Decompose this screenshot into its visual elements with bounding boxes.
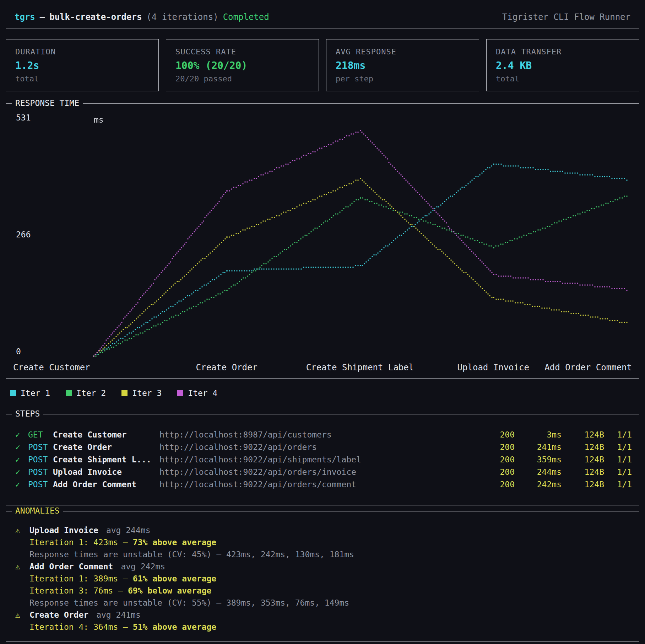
stat-caption: total (15, 74, 149, 83)
step-pass-icon: ✓ (15, 478, 28, 491)
iteration-count: (4 iterations) (146, 12, 218, 22)
step-count: 1/1 (604, 429, 632, 441)
response-time-chart (90, 114, 632, 358)
step-row-add-order-comment: ✓POSTAdd Order Commenthttp://localhost:9… (15, 478, 632, 491)
step-count: 1/1 (604, 478, 632, 491)
step-url: http://localhost:8987/api/customers (159, 429, 483, 441)
step-size: 124B (562, 466, 604, 478)
anomaly-step-name: Add Order Comment (29, 562, 113, 571)
y-axis-tick-mid: 266 (16, 230, 31, 239)
step-count: 1/1 (604, 441, 632, 454)
step-url: http://localhost:9022/api/shipments/labe… (159, 454, 483, 466)
anomaly-deviation: 73% above average (133, 538, 216, 547)
stat-card-data-transfer: DATA TRANSFER2.4 KBtotal (486, 39, 639, 91)
anomaly-note-line: Response times are unstable (CV: 45%) — … (15, 548, 632, 560)
stat-caption: 20/20 passed (175, 74, 309, 83)
legend-swatch-icon (177, 390, 183, 396)
anomalies-list: ⚠Upload Invoiceavg 244msIteration 1: 423… (15, 524, 632, 633)
legend-item-iter-1: Iter 1 (10, 388, 50, 398)
steps-rows: ✓GETCreate Customerhttp://localhost:8987… (15, 429, 632, 491)
chart-legend: Iter 1Iter 2Iter 3Iter 4 (10, 388, 639, 398)
step-pass-icon: ✓ (15, 441, 28, 454)
legend-item-iter-3: Iter 3 (121, 388, 162, 398)
anomaly-average: avg 242ms (121, 562, 165, 571)
legend-swatch-icon (121, 390, 128, 396)
stat-label: SUCCESS RATE (175, 47, 309, 56)
y-axis-unit: ms (94, 115, 104, 124)
anomaly-average: avg 241ms (96, 610, 141, 619)
legend-label: Iter 1 (21, 388, 50, 398)
step-status-code: 200 (483, 454, 515, 466)
flow-name: bulk-create-orders (49, 12, 142, 22)
anomaly-upload-invoice: ⚠Upload Invoiceavg 244ms (15, 524, 632, 536)
step-method: POST (28, 454, 53, 466)
step-url: http://localhost:9022/api/orders (159, 441, 483, 454)
step-status-code: 200 (483, 441, 515, 454)
step-row-create-customer: ✓GETCreate Customerhttp://localhost:8987… (15, 429, 632, 441)
app-title: Tigrister CLI Flow Runner (502, 12, 630, 22)
run-status: Completed (223, 12, 269, 22)
x-axis-label-create-order: Create Order (196, 363, 258, 372)
stat-value: 100% (20/20) (175, 60, 309, 71)
y-axis-tick-zero: 0 (16, 347, 21, 356)
stat-card-avg-response: AVG RESPONSE218msper step (326, 39, 479, 91)
anomaly-iteration-line: Iteration 1: 389ms — 61% above average (15, 573, 632, 585)
anomaly-deviation: 69% below average (128, 586, 211, 595)
step-time: 242ms (515, 478, 562, 491)
stat-value: 2.4 KB (496, 60, 630, 71)
step-pass-icon: ✓ (15, 466, 28, 478)
step-method: POST (28, 478, 53, 491)
step-name: Upload Invoice (53, 466, 159, 478)
step-time: 241ms (515, 441, 562, 454)
steps-panel-title: STEPS (12, 409, 43, 418)
stat-value: 1.2s (15, 60, 149, 71)
response-time-panel-title: RESPONSE TIME (12, 98, 83, 108)
anomaly-iteration-text: Iteration 1: 389ms — (29, 574, 133, 583)
step-status-code: 200 (483, 429, 515, 441)
anomaly-iteration-line: Iteration 3: 76ms — 69% below average (15, 585, 632, 597)
step-time: 244ms (515, 466, 562, 478)
header-dash: — (40, 12, 45, 22)
x-axis-label-create-customer: Create Customer (13, 363, 90, 372)
step-name: Add Order Comment (53, 478, 159, 491)
app-name: tgrs (15, 12, 35, 22)
x-axis-label-upload-invoice: Upload Invoice (457, 363, 529, 372)
step-status-code: 200 (483, 478, 515, 491)
chart-wrap: 531 266 0 ms Create CustomerCreate Order… (13, 114, 632, 375)
warning-icon: ⚠ (15, 609, 29, 621)
step-count: 1/1 (604, 454, 632, 466)
step-pass-icon: ✓ (15, 454, 28, 466)
x-axis-labels: Create CustomerCreate OrderCreate Shipme… (13, 358, 632, 375)
stat-value: 218ms (336, 60, 470, 71)
anomaly-add-order-comment: ⚠Add Order Commentavg 242ms (15, 560, 632, 573)
cli-flow-runner-screen: tgrs — bulk-create-orders (4 iterations)… (0, 0, 645, 644)
anomalies-panel: ANOMALIES ⚠Upload Invoiceavg 244msIterat… (6, 511, 639, 642)
legend-swatch-icon (66, 390, 72, 396)
anomaly-iteration-line: Iteration 1: 423ms — 73% above average (15, 536, 632, 548)
anomaly-create-order: ⚠Create Orderavg 241ms (15, 609, 632, 621)
step-size: 124B (562, 429, 604, 441)
stats-row: DURATION1.2stotalSUCCESS RATE100% (20/20… (6, 39, 639, 91)
anomaly-iteration-text: Iteration 1: 423ms — (29, 538, 133, 547)
step-row-create-shipment-l: ✓POSTCreate Shipment L...http://localhos… (15, 454, 632, 466)
header-left: tgrs — bulk-create-orders (4 iterations)… (15, 12, 269, 22)
legend-item-iter-2: Iter 2 (66, 388, 106, 398)
steps-panel: STEPS ✓GETCreate Customerhttp://localhos… (6, 414, 639, 505)
anomaly-note-line: Response times are unstable (CV: 55%) — … (15, 597, 632, 609)
stat-label: AVG RESPONSE (336, 47, 470, 56)
step-status-code: 200 (483, 466, 515, 478)
anomaly-iteration-line: Iteration 4: 364ms — 51% above average (15, 621, 632, 633)
x-axis-label-add-order-comment: Add Order Comment (544, 363, 632, 372)
legend-item-iter-4: Iter 4 (177, 388, 217, 398)
anomaly-iteration-text: Iteration 3: 76ms — (29, 586, 128, 595)
step-url: http://localhost:9022/api/orders/invoice (159, 466, 483, 478)
anomaly-average: avg 244ms (106, 526, 151, 535)
step-row-create-order: ✓POSTCreate Orderhttp://localhost:9022/a… (15, 441, 632, 454)
anomalies-panel-title: ANOMALIES (12, 506, 63, 515)
step-size: 124B (562, 441, 604, 454)
stat-card-success-rate: SUCCESS RATE100% (20/20)20/20 passed (166, 39, 319, 91)
stat-card-duration: DURATION1.2stotal (6, 39, 159, 91)
step-size: 124B (562, 478, 604, 491)
step-count: 1/1 (604, 466, 632, 478)
stat-label: DURATION (15, 47, 149, 56)
